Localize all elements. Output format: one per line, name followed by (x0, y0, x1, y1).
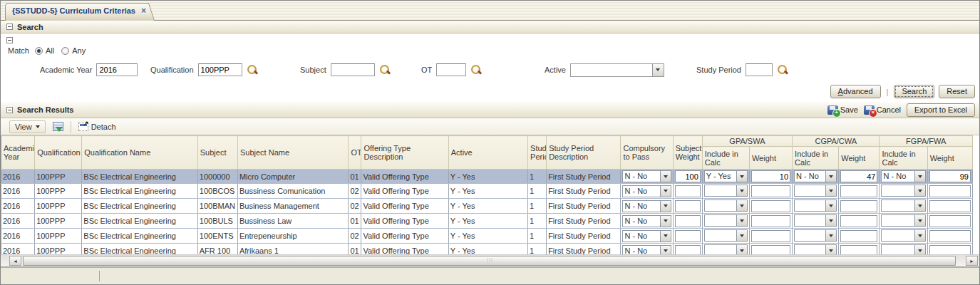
fgpa-weight-input[interactable] (929, 170, 971, 182)
col-header-compulsory-to-pass[interactable]: Compulsory to Pass (621, 136, 673, 170)
group-header-cgpa-cwa[interactable]: CGPA/CWA (793, 136, 880, 147)
compulsory-to-pass-dropdown[interactable]: N - No (622, 215, 671, 227)
col-header-subject[interactable]: Subject (197, 136, 237, 170)
dropdown-arrow-icon[interactable] (736, 200, 747, 211)
search-button[interactable]: Search (894, 85, 934, 98)
col-header-gpa-include-in-calc[interactable]: Include in Calc (702, 147, 749, 170)
dropdown-arrow-icon[interactable] (914, 200, 925, 211)
col-header-qualification-name[interactable]: Qualification Name (82, 136, 197, 170)
detach-button[interactable]: Detach (78, 123, 116, 131)
cgpa-include-dropdown[interactable] (794, 229, 837, 242)
radio-all-icon[interactable] (35, 47, 43, 55)
cgpa-include-dropdown[interactable] (794, 185, 837, 197)
qualification-lookup-icon[interactable] (247, 64, 258, 76)
dropdown-arrow-icon[interactable] (660, 186, 671, 197)
dropdown-arrow-icon[interactable] (736, 185, 747, 196)
subject-weight-input[interactable] (675, 245, 701, 255)
gpa-include-dropdown[interactable] (704, 200, 748, 212)
col-header-ot[interactable]: OT (349, 136, 361, 170)
subject-weight-input[interactable] (675, 185, 701, 197)
gpa-weight-input[interactable] (751, 200, 790, 212)
col-header-subject-weight[interactable]: Subject Weight (673, 136, 702, 170)
scroll-left-arrow-icon[interactable]: ◄ (9, 256, 21, 266)
dropdown-arrow-icon[interactable] (825, 245, 836, 254)
table-row[interactable]: 2016100PPPBSc Electrical EngineeringAFR … (1, 244, 973, 255)
fgpa-weight-input[interactable] (929, 185, 971, 197)
col-header-fgpa-include-in-calc[interactable]: Include in Calc (880, 147, 927, 170)
dropdown-arrow-icon[interactable] (825, 215, 836, 226)
dropdown-arrow-icon[interactable] (736, 171, 747, 182)
cgpa-include-dropdown[interactable] (794, 244, 837, 254)
dropdown-arrow-icon[interactable] (825, 200, 836, 211)
collapse-results-icon[interactable] (6, 107, 13, 113)
col-header-offering-type-description[interactable]: Offering Type Description (361, 136, 448, 170)
compulsory-to-pass-dropdown[interactable]: N - No (622, 185, 671, 197)
col-header-study-period[interactable]: Study Period (528, 136, 547, 170)
fgpa-include-dropdown[interactable] (881, 229, 925, 242)
export-to-excel-button[interactable]: Export to Excel (907, 103, 975, 117)
cgpa-weight-input[interactable] (840, 170, 877, 182)
cgpa-include-dropdown[interactable] (794, 200, 837, 212)
compulsory-to-pass-dropdown[interactable]: N - No (622, 230, 671, 242)
col-header-active[interactable]: Active (448, 136, 527, 170)
gpa-weight-input[interactable] (751, 215, 790, 227)
query-by-example-filter-icon[interactable] (53, 122, 63, 131)
dropdown-arrow-icon[interactable] (914, 245, 925, 254)
gpa-include-dropdown[interactable] (704, 229, 748, 242)
cgpa-weight-input[interactable] (840, 185, 877, 197)
dropdown-arrow-icon[interactable] (736, 230, 747, 241)
collapse-search-icon[interactable] (6, 24, 13, 30)
advanced-button[interactable]: Advanced (830, 85, 881, 98)
view-menu-button[interactable]: View (9, 120, 46, 133)
fgpa-weight-input[interactable] (929, 230, 971, 242)
table-row[interactable]: 2016100PPPBSc Electrical Engineering100B… (1, 214, 973, 229)
compulsory-to-pass-dropdown[interactable]: N - No (622, 245, 671, 255)
table-row[interactable]: 2016100PPPBSc Electrical Engineering100B… (1, 184, 973, 199)
dropdown-arrow-icon[interactable] (825, 171, 836, 182)
dropdown-arrow-icon[interactable] (660, 216, 671, 227)
compulsory-to-pass-dropdown[interactable]: N - No (622, 170, 671, 182)
subject-weight-input[interactable] (675, 230, 701, 242)
col-header-qualification[interactable]: Qualification (35, 136, 82, 170)
horizontal-scrollbar[interactable]: ◄ ► (1, 254, 979, 267)
col-header-academic-year[interactable]: Academic Year (1, 136, 35, 170)
gpa-weight-input[interactable] (751, 245, 790, 255)
group-header-gpa-swa[interactable]: GPA/SWA (702, 136, 792, 147)
dropdown-arrow-icon[interactable] (914, 185, 925, 196)
study-period-input[interactable] (746, 63, 773, 76)
active-dropdown-arrow-icon[interactable] (652, 64, 664, 76)
cgpa-weight-input[interactable] (840, 200, 877, 212)
gpa-include-dropdown[interactable]: Y - Yes (704, 170, 748, 182)
dropdown-arrow-icon[interactable] (914, 230, 925, 241)
dropdown-arrow-icon[interactable] (736, 245, 747, 254)
scroll-right-arrow-icon[interactable]: ► (966, 256, 978, 266)
dropdown-arrow-icon[interactable] (914, 215, 925, 226)
fgpa-weight-input[interactable] (929, 215, 971, 227)
fgpa-include-dropdown[interactable] (881, 200, 925, 212)
active-dropdown[interactable] (570, 63, 664, 77)
cgpa-weight-input[interactable] (840, 230, 877, 242)
fgpa-include-dropdown[interactable] (881, 185, 925, 197)
reset-button[interactable]: Reset (939, 85, 975, 98)
compulsory-to-pass-dropdown[interactable]: N - No (622, 200, 671, 212)
gpa-weight-input[interactable] (751, 230, 790, 242)
cgpa-include-dropdown[interactable] (794, 214, 837, 227)
subject-lookup-icon[interactable] (379, 64, 391, 76)
table-row[interactable]: 2016100PPPBSc Electrical Engineering100B… (1, 199, 973, 214)
qualification-input[interactable] (198, 63, 242, 76)
study-period-lookup-icon[interactable] (777, 64, 788, 76)
dropdown-arrow-icon[interactable] (660, 231, 671, 242)
fgpa-include-dropdown[interactable] (881, 214, 925, 227)
search-mode-toggle-icon[interactable] (6, 37, 13, 43)
dropdown-arrow-icon[interactable] (660, 201, 671, 212)
gpa-weight-input[interactable] (751, 185, 790, 197)
group-header-fgpa-fwa[interactable]: FGPA/FWA (880, 136, 973, 147)
gpa-weight-input[interactable] (751, 170, 790, 182)
fgpa-weight-input[interactable] (929, 200, 971, 212)
subject-weight-input[interactable] (675, 170, 701, 182)
match-option-all[interactable]: All (35, 46, 54, 55)
fgpa-weight-input[interactable] (929, 245, 971, 255)
col-header-fgpa-weight[interactable]: Weight (927, 147, 972, 170)
dropdown-arrow-icon[interactable] (914, 171, 925, 182)
fgpa-include-dropdown[interactable]: N - No (881, 170, 925, 182)
